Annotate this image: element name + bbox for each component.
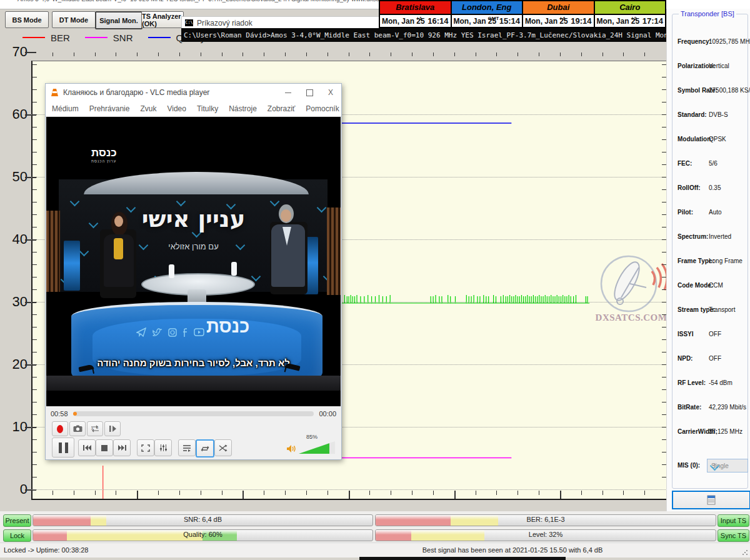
next-button[interactable] — [113, 439, 131, 456]
axis-minor-tick — [32, 64, 37, 65]
water-bottle — [231, 262, 237, 276]
axis-minor-tick — [32, 302, 37, 302]
x-axis-minor-tick — [518, 491, 518, 495]
watermark-text: DXSATCS.COM — [592, 312, 670, 323]
x-axis-minor-tick — [52, 491, 53, 495]
volume-fill — [299, 441, 329, 454]
vlc-menu-item[interactable]: Nástroje — [229, 104, 257, 113]
background-window-edge — [359, 557, 566, 560]
vlc-menu-item[interactable]: Médium — [52, 104, 79, 113]
shuffle-button[interactable] — [214, 439, 232, 456]
transponder-field: FEC: 5/6 — [672, 160, 748, 179]
snr-meter-label: SNR: 6,4 dB — [33, 516, 372, 523]
world-clock: Dubai Mon, Jan 25 +4 19:14 — [522, 0, 595, 28]
axis-minor-tick — [662, 214, 666, 215]
cmd-window-titlebar[interactable]: C:\ Príkazový riadok — [181, 16, 384, 29]
vlc-menu-item[interactable]: Titulky — [197, 104, 218, 113]
axis-minor-tick — [137, 52, 138, 56]
ts-list-button[interactable] — [672, 491, 750, 509]
ts-analyzer-button[interactable]: TS Analyzer (OK) — [141, 11, 184, 28]
studio-light-band — [84, 172, 309, 194]
vlc-menu-item[interactable]: Pomocník — [306, 104, 339, 113]
vlc-window[interactable]: Кланяюсь и благодарю - VLC media player … — [45, 83, 342, 460]
vlc-cone-icon — [51, 88, 59, 97]
list-icon — [707, 495, 716, 505]
loop-button[interactable] — [196, 439, 214, 458]
vlc-menu-item[interactable]: Video — [167, 104, 186, 113]
close-button[interactable]: X — [320, 84, 341, 101]
stop-icon — [101, 445, 108, 451]
man-face — [281, 209, 291, 222]
stop-button[interactable] — [96, 439, 113, 456]
axis-minor-tick — [518, 52, 518, 56]
axis-minor-tick — [116, 52, 116, 56]
axis-minor-tick — [412, 52, 412, 56]
playlist-button[interactable] — [178, 439, 196, 456]
vlc-controls: AB — [46, 420, 341, 459]
axis-minor-tick — [662, 202, 666, 202]
transponder-field: Spectrum: Inverted — [672, 233, 748, 252]
axis-minor-tick — [32, 239, 37, 240]
video-frame[interactable]: כנסתערוץ הכנסת עניין אישי עם מורן אזולאי — [46, 117, 341, 406]
axis-minor-tick — [662, 352, 666, 352]
cmd-window-body[interactable]: C:\Users\Roman Dávid>Amos 3-4,0°W_Middle… — [181, 28, 667, 42]
clock-city: London, Eng — [452, 1, 522, 15]
legend-item: BER — [22, 32, 70, 43]
sync-ts-indicator: Sync TS — [718, 529, 749, 542]
volume-control[interactable]: 85% — [286, 436, 335, 455]
axis-minor-tick — [74, 52, 74, 56]
vlc-titlebar[interactable]: Кланяюсь и благодарю - VLC media player … — [46, 84, 341, 101]
legend-label: SNR — [113, 32, 133, 43]
transponder-panel: Transponder [BS] Frequency: 10925,785 MH… — [666, 9, 750, 511]
x-axis-minor-tick — [623, 491, 624, 495]
pause-icon — [59, 442, 68, 453]
effects-button[interactable] — [154, 439, 172, 456]
resize-grip[interactable] — [742, 549, 748, 556]
axis-minor-tick — [52, 52, 53, 56]
axis-minor-tick — [32, 452, 37, 452]
x-axis-minor-tick — [539, 491, 539, 495]
axis-minor-tick — [369, 52, 370, 56]
vlc-menu-item[interactable]: Zvuk — [140, 104, 156, 113]
axis-minor-tick — [662, 439, 666, 440]
vlc-menu-item[interactable]: Zobraziť — [268, 104, 296, 113]
present-indicator: Present — [3, 514, 31, 527]
channel-logo: כנסתערוץ הכנסת — [91, 147, 117, 163]
axis-minor-tick — [179, 52, 180, 56]
best-signal-status: Best signal has been seen at 2021-01-25 … — [372, 546, 653, 554]
minimize-button[interactable] — [278, 84, 299, 101]
axis-minor-tick — [662, 477, 666, 478]
transponder-field-value: 42,239 Mbit/s — [709, 404, 746, 411]
pause-button[interactable] — [52, 438, 74, 458]
fullscreen-button[interactable] — [137, 439, 154, 456]
mis-dropdown[interactable]: Single ▼ — [707, 459, 748, 472]
volume-slider[interactable] — [299, 441, 335, 454]
axis-minor-tick — [662, 114, 666, 115]
signal-mon-button[interactable]: Signal Mon. — [95, 11, 142, 29]
maximize-button[interactable] — [299, 84, 320, 101]
transponder-field: Standard: DVB-S — [672, 111, 748, 130]
seek-slider[interactable] — [73, 411, 314, 416]
vlc-menu-item[interactable]: Prehrávanie — [89, 104, 130, 113]
speaker-icon — [286, 444, 296, 453]
bs-mode-button[interactable]: BS Mode — [5, 11, 49, 28]
x-axis-minor-tick — [328, 491, 328, 495]
y-axis-tick-label: 30 — [1, 294, 28, 310]
minimize-icon — [285, 92, 291, 93]
previous-button[interactable] — [78, 439, 96, 456]
axis-minor-tick — [32, 152, 37, 152]
dt-mode-button[interactable]: DT Mode — [52, 11, 96, 28]
frame-by-frame-button[interactable] — [104, 421, 121, 436]
ab-loop-button[interactable]: AB — [87, 421, 103, 436]
vlc-seek-row: 00:58 00:00 — [46, 407, 341, 420]
axis-minor-tick — [32, 127, 37, 128]
axis-minor-tick — [32, 352, 37, 352]
previous-icon — [82, 444, 92, 451]
transponder-field-value: Vertical — [709, 62, 729, 69]
transponder-field: Polarization: Vertical — [672, 62, 748, 81]
transponder-field-value: 27500,188 KS/s — [709, 87, 750, 94]
record-button[interactable] — [52, 421, 68, 436]
snapshot-button[interactable] — [69, 421, 86, 436]
seek-knob[interactable] — [73, 412, 77, 416]
clock-time: 19:14 — [571, 16, 591, 26]
